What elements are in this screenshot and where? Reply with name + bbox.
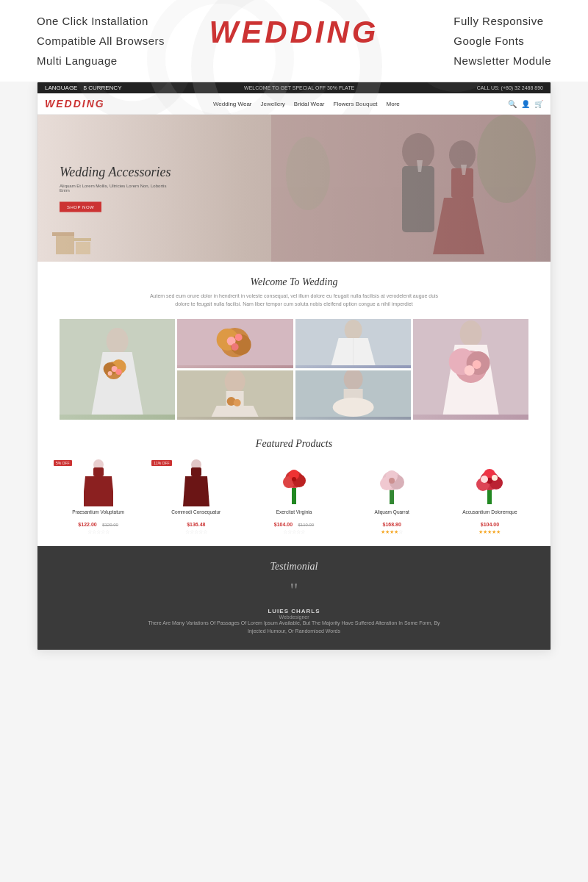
svg-point-24 — [116, 369, 122, 375]
shop-now-button[interactable]: SHOP NOW — [60, 202, 101, 212]
search-icon[interactable]: 🔍 — [508, 100, 517, 108]
features-bar: One Click Installation Compatible All Br… — [0, 0, 588, 82]
gallery-item-6 — [295, 370, 411, 420]
product-img-3 — [248, 459, 340, 506]
features-left: One Click Installation Compatible All Br… — [37, 15, 165, 67]
feature-multi-lang: Multi Language — [37, 54, 165, 67]
account-icon[interactable]: 👤 — [521, 100, 530, 108]
svg-rect-68 — [390, 490, 394, 504]
gallery-item-3 — [295, 319, 411, 368]
product-name-2: Commodi Consequatur — [150, 509, 242, 514]
product-card-1: 5% OFF Praesantium Voluptatum $122.00 $1… — [52, 459, 144, 535]
language-selector[interactable]: LANGUAGE — [45, 85, 77, 91]
svg-rect-16 — [73, 238, 91, 241]
product-name-3: Exercitat Virginia — [248, 509, 340, 514]
svg-rect-62 — [292, 488, 296, 504]
svg-marker-61 — [183, 476, 209, 506]
gallery-item-1 — [60, 319, 175, 420]
testimonial-title: Testimonial — [67, 561, 521, 573]
product-badge-1: 5% OFF — [54, 460, 72, 466]
svg-marker-58 — [85, 476, 112, 506]
svg-point-44 — [472, 360, 481, 369]
welcome-title: Welcome To Wedding — [67, 276, 521, 288]
featured-title: Featured Products — [52, 438, 536, 450]
product-stars-5: ★★★★★ — [444, 529, 536, 535]
svg-point-25 — [108, 371, 112, 376]
product-pricing-4: $168.80 — [346, 516, 438, 529]
product-name-1: Praesantium Voluptatum — [52, 509, 144, 514]
feature-google-fonts: Google Fonts — [453, 35, 551, 47]
product-stars-2: ☆☆☆☆☆ — [150, 529, 242, 535]
svg-point-34 — [344, 320, 362, 340]
svg-rect-74 — [487, 490, 492, 504]
cart-icon[interactable]: 🛒 — [534, 100, 543, 108]
testimonial-section: Testimonial " LUIES CHARLS Webdesigner T… — [37, 546, 551, 650]
center-logo: WEDDING — [209, 15, 379, 50]
product-price-5: $104.00 — [481, 522, 499, 527]
svg-point-54 — [332, 398, 373, 417]
hero-title: Wedding Accessories — [60, 165, 177, 180]
svg-point-73 — [389, 478, 395, 484]
product-card-5: Accusantium Doloremque $104.00 ★★★★★ — [444, 459, 536, 535]
svg-rect-5 — [402, 166, 434, 232]
svg-point-31 — [235, 334, 243, 341]
product-img-5 — [444, 459, 536, 506]
product-name-4: Aliquam Quarrat — [346, 509, 438, 514]
product-price-4: $168.80 — [383, 522, 401, 527]
svg-marker-48 — [212, 406, 259, 417]
svg-point-46 — [225, 370, 245, 393]
topbar-left: LANGUAGE $ CURRENCY — [45, 85, 121, 91]
svg-rect-60 — [191, 467, 201, 476]
svg-point-81 — [492, 475, 498, 481]
welcome-text: Autem sed eum orure dolor in hendrerit i… — [147, 293, 441, 308]
product-stars-4: ★★★★☆ — [346, 529, 438, 535]
svg-point-80 — [481, 476, 488, 483]
svg-rect-56 — [93, 467, 104, 476]
website-preview: LANGUAGE $ CURRENCY WELCOME TO GET SPECI… — [37, 82, 551, 650]
svg-rect-13 — [56, 236, 74, 254]
svg-point-50 — [234, 399, 241, 406]
svg-point-12 — [286, 137, 330, 210]
product-old-price-1: $129.00 — [102, 523, 118, 527]
hero-subtitle: Aliquam Et Lorem Mollis, Ultricies Lorem… — [60, 184, 177, 193]
testimonial-role: Webdesigner — [67, 614, 521, 620]
store-logo[interactable]: WEDDING — [45, 98, 105, 110]
svg-point-38 — [459, 320, 481, 347]
product-stars-3: ☆☆☆☆☆ — [248, 529, 340, 535]
hero-content: Wedding Accessories Aliquam Et Lorem Mol… — [60, 165, 177, 212]
product-price-2: $136.48 — [187, 522, 205, 527]
featured-section: Featured Products 5% OFF Praesantium Vol… — [37, 431, 551, 546]
product-pricing-3: $104.00 $110.00 — [248, 516, 340, 529]
logo-text: WEDDING — [209, 15, 379, 49]
product-img-4 — [346, 459, 438, 506]
menu-more[interactable]: More — [387, 101, 400, 107]
svg-rect-15 — [52, 232, 74, 236]
feature-compatible: Compatible All Browsers — [37, 35, 165, 47]
product-pricing-5: $104.00 — [444, 516, 536, 529]
features-right: Fully Responsive Google Fonts Newsletter… — [453, 15, 551, 67]
gallery-item-5 — [177, 370, 293, 420]
gallery-grid — [60, 319, 528, 420]
currency-selector[interactable]: $ CURRENCY — [83, 85, 121, 91]
gallery-item-2 — [177, 319, 293, 368]
hero-image — [271, 115, 536, 262]
products-grid: 5% OFF Praesantium Voluptatum $122.00 $1… — [52, 459, 536, 535]
svg-rect-14 — [76, 242, 90, 254]
svg-point-11 — [477, 115, 536, 203]
product-stars-1: ☆☆☆☆☆ — [52, 529, 144, 535]
product-old-price-3: $110.00 — [298, 523, 315, 527]
svg-point-32 — [232, 343, 239, 351]
hero-section: Wedding Accessories Aliquam Et Lorem Mol… — [37, 115, 551, 262]
product-badge-2: 11% OFF — [151, 460, 171, 466]
product-price-1: $122.00 — [78, 522, 96, 527]
product-card-2: 11% OFF Commodi Consequatur $136.48 ☆☆☆☆… — [150, 459, 242, 535]
feature-one-click: One Click Installation — [37, 15, 165, 27]
product-card-4: Aliquam Quarrat $168.80 ★★★★☆ — [346, 459, 438, 535]
product-pricing-2: $136.48 — [150, 516, 242, 529]
topbar-phone: CALL US: (+80) 32 2488 890 — [477, 85, 543, 90]
product-name-5: Accusantium Doloremque — [444, 509, 536, 514]
testimonial-author: LUIES CHARLS — [67, 608, 521, 614]
feature-newsletter: Newsletter Module — [453, 54, 551, 67]
product-pricing-1: $122.00 $129.00 — [52, 516, 144, 529]
gallery-item-4 — [413, 319, 528, 420]
